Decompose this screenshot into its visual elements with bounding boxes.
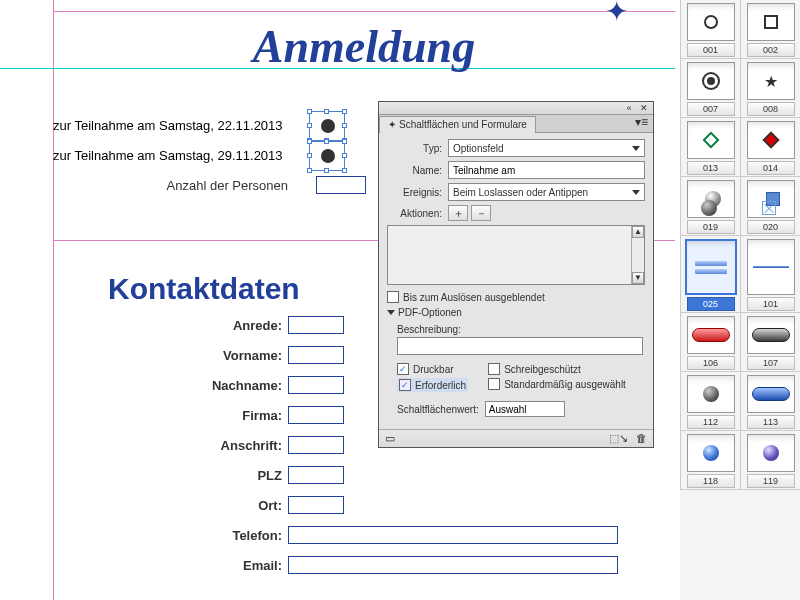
field-anrede[interactable] bbox=[288, 316, 344, 334]
panel-titlebar[interactable]: « ✕ bbox=[379, 102, 653, 115]
swatch-num: 106 bbox=[687, 356, 735, 370]
typ-select[interactable]: Optionsfeld bbox=[448, 139, 645, 157]
actions-listbox[interactable]: ▲ ▼ bbox=[387, 225, 645, 285]
field-firma[interactable] bbox=[288, 406, 344, 424]
participation-line-1: zur Teilnahme am Samstag, 22.11.2013 bbox=[53, 118, 283, 133]
swatch-019[interactable] bbox=[687, 180, 735, 218]
persons-label: Anzahl der Personen bbox=[53, 178, 288, 193]
wert-label: Schaltflächenwert: bbox=[397, 404, 479, 415]
schreibgeschuetzt-checkbox[interactable] bbox=[488, 363, 500, 375]
druckbar-label: Druckbar bbox=[413, 364, 454, 375]
erforderlich-checkbox[interactable] bbox=[399, 379, 411, 391]
beschreibung-input[interactable] bbox=[397, 337, 643, 355]
tab-buttons-forms[interactable]: ✦Schaltflächen und Formulare bbox=[379, 116, 536, 133]
trash-icon[interactable]: 🗑 bbox=[636, 432, 647, 445]
field-telefon[interactable] bbox=[288, 526, 618, 544]
swatch-num: 008 bbox=[747, 102, 795, 116]
typ-label: Typ: bbox=[387, 143, 442, 154]
swatch-106[interactable] bbox=[687, 316, 735, 354]
hidden-until-checkbox[interactable] bbox=[387, 291, 399, 303]
field-vorname[interactable] bbox=[288, 346, 344, 364]
swatch-014[interactable] bbox=[747, 121, 795, 159]
scroll-up-icon[interactable]: ▲ bbox=[632, 226, 644, 238]
swatch-008[interactable]: ★ bbox=[747, 62, 795, 100]
swatch-num: 112 bbox=[687, 415, 735, 429]
chevron-down-icon bbox=[387, 310, 395, 315]
pdf-options-toggle[interactable]: PDF-Optionen bbox=[387, 307, 645, 318]
swatch-num: 020 bbox=[747, 220, 795, 234]
scrollbar[interactable]: ▲ ▼ bbox=[631, 226, 644, 284]
label-plz: PLZ bbox=[53, 468, 288, 483]
swatch-num: 001 bbox=[687, 43, 735, 57]
swatch-num: 107 bbox=[747, 356, 795, 370]
radio-dot-icon bbox=[321, 119, 335, 133]
swatch-025-selected[interactable] bbox=[685, 239, 737, 295]
scroll-down-icon[interactable]: ▼ bbox=[632, 272, 644, 284]
swatch-num: 113 bbox=[747, 415, 795, 429]
wert-input[interactable] bbox=[485, 401, 565, 417]
label-anschrift: Anschrift: bbox=[53, 438, 288, 453]
panel-close-icon[interactable]: ✕ bbox=[638, 104, 650, 113]
panel-menu-icon[interactable]: ▾≡ bbox=[635, 117, 649, 129]
add-action-button[interactable]: ＋ bbox=[448, 205, 468, 221]
label-telefon: Telefon: bbox=[53, 528, 288, 543]
swatch-num: 014 bbox=[747, 161, 795, 175]
swatch-118[interactable] bbox=[687, 434, 735, 472]
standard-checkbox[interactable] bbox=[488, 378, 500, 390]
druckbar-checkbox[interactable] bbox=[397, 363, 409, 375]
label-nachname: Nachname: bbox=[53, 378, 288, 393]
preview-icon[interactable]: ▭ bbox=[385, 432, 395, 445]
swatch-num: 019 bbox=[687, 220, 735, 234]
persons-input[interactable] bbox=[316, 176, 366, 194]
name-input[interactable] bbox=[448, 161, 645, 179]
label-vorname: Vorname: bbox=[53, 348, 288, 363]
swatch-112[interactable] bbox=[687, 375, 735, 413]
swatch-num: 002 bbox=[747, 43, 795, 57]
decorative-badge: ✦ bbox=[605, 0, 645, 15]
chevron-down-icon bbox=[632, 146, 640, 151]
radio-option-1[interactable] bbox=[312, 112, 344, 140]
swatch-num: 118 bbox=[687, 474, 735, 488]
swatch-num: 013 bbox=[687, 161, 735, 175]
swatch-num: 101 bbox=[747, 297, 795, 311]
ereignis-select[interactable]: Beim Loslassen oder Antippen bbox=[448, 183, 645, 201]
schreibgeschuetzt-label: Schreibgeschützt bbox=[504, 364, 581, 375]
label-email: Email: bbox=[53, 558, 288, 573]
panel-collapse-icon[interactable]: « bbox=[623, 104, 635, 113]
label-anrede: Anrede: bbox=[53, 318, 288, 333]
swatch-013[interactable] bbox=[687, 121, 735, 159]
chevron-down-icon bbox=[632, 190, 640, 195]
convert-icon[interactable]: ⬚↘ bbox=[609, 432, 628, 445]
beschreibung-label: Beschreibung: bbox=[397, 324, 645, 335]
swatch-num: 025 bbox=[687, 297, 735, 311]
swatch-113[interactable] bbox=[747, 375, 795, 413]
radio-option-2[interactable] bbox=[312, 142, 344, 170]
remove-action-button[interactable]: － bbox=[471, 205, 491, 221]
contact-heading: Kontaktdaten bbox=[108, 272, 300, 306]
margin-guide-top bbox=[53, 0, 675, 12]
swatch-119[interactable] bbox=[747, 434, 795, 472]
standard-label: Standardmäßig ausgewählt bbox=[504, 379, 626, 390]
field-plz[interactable] bbox=[288, 466, 344, 484]
swatch-101[interactable] bbox=[747, 239, 795, 295]
buttons-forms-panel: « ✕ ✦Schaltflächen und Formulare ▾≡ Typ:… bbox=[378, 101, 654, 448]
swatch-107[interactable] bbox=[747, 316, 795, 354]
label-ort: Ort: bbox=[53, 498, 288, 513]
participation-line-2: zur Teilnahme am Samstag, 29.11.2013 bbox=[53, 148, 283, 163]
swatch-num: 119 bbox=[747, 474, 795, 488]
hidden-until-label: Bis zum Auslösen ausgeblendet bbox=[403, 292, 545, 303]
swatch-002[interactable] bbox=[747, 3, 795, 41]
page-title: Anmeldung bbox=[53, 20, 675, 73]
swatch-num: 007 bbox=[687, 102, 735, 116]
name-label: Name: bbox=[387, 165, 442, 176]
swatch-001[interactable] bbox=[687, 3, 735, 41]
field-nachname[interactable] bbox=[288, 376, 344, 394]
swatch-020[interactable] bbox=[747, 180, 795, 218]
erforderlich-label: Erforderlich bbox=[415, 380, 466, 391]
radio-dot-icon bbox=[321, 149, 335, 163]
field-ort[interactable] bbox=[288, 496, 344, 514]
field-email[interactable] bbox=[288, 556, 618, 574]
swatch-007[interactable] bbox=[687, 62, 735, 100]
ereignis-label: Ereignis: bbox=[387, 187, 442, 198]
field-anschrift[interactable] bbox=[288, 436, 344, 454]
